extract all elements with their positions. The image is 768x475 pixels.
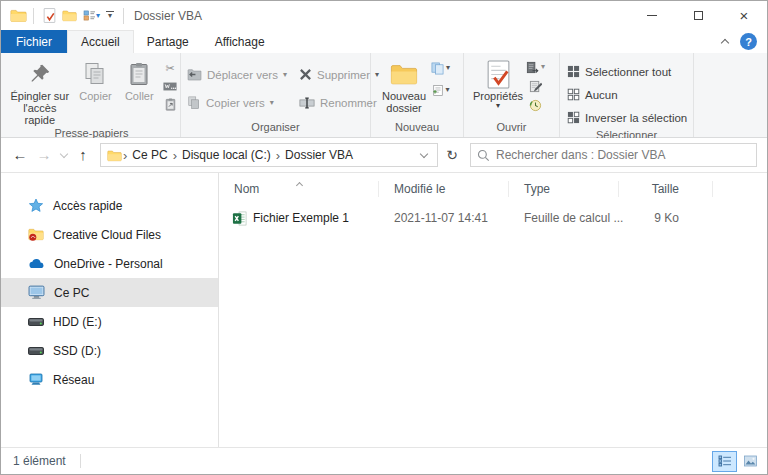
- back-button[interactable]: ←: [9, 144, 31, 166]
- thumbnails-view-icon: [743, 455, 758, 467]
- ribbon-group-new: Nouveau dossier ▾ ▾ Nouveau: [371, 53, 464, 137]
- column-header-type[interactable]: Type: [509, 177, 619, 201]
- copy-path-button[interactable]: [163, 79, 177, 93]
- dropdown-caret-icon: ▾: [270, 99, 274, 107]
- file-size: 9 Ko: [619, 211, 713, 225]
- cut-button[interactable]: ✂: [165, 61, 174, 75]
- thumbnails-view-button[interactable]: [738, 451, 763, 472]
- ribbon-spacer: [694, 53, 767, 137]
- view-options-icon: [83, 10, 96, 21]
- maximize-button[interactable]: [675, 1, 721, 30]
- window-controls: ×: [629, 1, 767, 30]
- paste-button[interactable]: Coller: [118, 55, 160, 102]
- clipboard-icon: [129, 58, 149, 90]
- open-button[interactable]: ▾: [526, 60, 545, 74]
- group-label-open: Ouvrir: [464, 120, 559, 137]
- status-separator: [80, 454, 81, 468]
- copy-button[interactable]: Copier: [73, 55, 119, 102]
- this-pc-monitor-icon: [28, 285, 45, 300]
- dropdown-caret-icon: ▾: [446, 64, 450, 72]
- navigation-pane: Accès rapide Creative Cloud Files OneDri…: [1, 173, 219, 447]
- search-icon: [477, 149, 490, 162]
- help-button[interactable]: ?: [740, 33, 757, 50]
- sidebar-item-label: Creative Cloud Files: [53, 228, 161, 242]
- sidebar-item-reseau[interactable]: Réseau: [1, 365, 218, 394]
- file-list: Nom Modifié le Type Taille Fichier Exemp…: [219, 173, 767, 447]
- search-box: [470, 143, 757, 167]
- sidebar-item-label: Réseau: [53, 373, 94, 387]
- search-input[interactable]: [496, 148, 750, 162]
- sidebar-item-acces-rapide[interactable]: Accès rapide: [1, 191, 218, 220]
- tab-partage[interactable]: Partage: [134, 30, 202, 53]
- history-button[interactable]: [529, 98, 542, 112]
- breadcrumb-disque-local[interactable]: Disque local (C:): [178, 148, 275, 162]
- column-header-nom[interactable]: Nom: [219, 177, 379, 201]
- address-bar[interactable]: › Ce PC › Disque local (C:) › Dossier VB…: [100, 143, 438, 167]
- sidebar-item-ssd-d[interactable]: SSD (D:): [1, 336, 218, 365]
- column-header-modifie-le[interactable]: Modifié le: [379, 177, 509, 201]
- up-button[interactable]: ↑: [72, 144, 94, 166]
- dropdown-caret-icon: ▾: [446, 86, 450, 94]
- new-item-button[interactable]: ▾: [432, 83, 450, 97]
- forward-button[interactable]: →: [33, 144, 55, 166]
- window-title: Dossier VBA: [134, 9, 202, 23]
- close-button[interactable]: ×: [721, 1, 767, 30]
- details-view-button[interactable]: [712, 451, 737, 472]
- select-none-button[interactable]: Aucun: [567, 84, 687, 105]
- sidebar-item-label: OneDrive - Personal: [54, 257, 163, 271]
- tab-fichier[interactable]: Fichier: [1, 30, 67, 53]
- qat-customize-button[interactable]: ▾: [103, 5, 117, 27]
- main-area: Accès rapide Creative Cloud Files OneDri…: [1, 173, 767, 447]
- file-name: Fichier Exemple 1: [253, 211, 349, 225]
- invert-selection-button[interactable]: Inverser la sélection: [567, 107, 687, 128]
- folder-icon: [62, 9, 77, 22]
- sidebar-item-ce-pc[interactable]: Ce PC: [1, 278, 218, 307]
- qat-properties-button[interactable]: [40, 5, 59, 27]
- move-to-button[interactable]: Déplacer vers ▾: [187, 64, 287, 85]
- paste-shortcut-button[interactable]: [165, 97, 176, 111]
- copy-icon: [84, 58, 106, 90]
- column-header-taille[interactable]: Taille: [619, 177, 713, 201]
- chevron-up-icon: [721, 38, 729, 46]
- sidebar-item-onedrive[interactable]: OneDrive - Personal: [1, 249, 218, 278]
- ribbon-group-organize: Déplacer vers ▾ Copier vers ▾ Supprimer …: [181, 53, 371, 137]
- pin-quick-access-button[interactable]: Épingler sur l'accès rapide: [7, 55, 73, 126]
- recent-locations-button[interactable]: [57, 151, 70, 159]
- dropdown-caret-icon: ▾: [496, 102, 500, 110]
- sidebar-item-hdd-e[interactable]: HDD (E:): [1, 307, 218, 336]
- properties-button[interactable]: Propriétés ▾: [470, 55, 526, 110]
- easy-access-button[interactable]: ▾: [431, 61, 450, 75]
- select-all-button[interactable]: Sélectionner tout: [567, 61, 687, 82]
- pushpin-icon: [29, 58, 51, 90]
- move-to-icon: [187, 68, 202, 81]
- tab-accueil[interactable]: Accueil: [67, 30, 134, 53]
- refresh-button[interactable]: ↻: [440, 147, 464, 163]
- rename-button[interactable]: Renommer: [299, 92, 379, 113]
- chevron-down-icon: [420, 150, 428, 158]
- copy-to-button[interactable]: Copier vers ▾: [187, 92, 287, 113]
- properties-check-icon: [43, 8, 56, 23]
- breadcrumb-ce-pc[interactable]: Ce PC: [128, 148, 171, 162]
- qat-new-folder-button[interactable]: [59, 5, 80, 27]
- delete-x-icon: [299, 68, 312, 81]
- navigation-bar: ← → ↑ › Ce PC › Disque local (C:) › Doss…: [1, 138, 767, 173]
- ribbon-group-select: Sélectionner tout Aucun Inverser la séle…: [560, 53, 694, 137]
- chevron-down-icon: [59, 150, 67, 158]
- address-dropdown-button[interactable]: [415, 151, 433, 159]
- sidebar-item-creative-cloud[interactable]: Creative Cloud Files: [1, 220, 218, 249]
- quick-access-star-icon: [28, 198, 44, 214]
- tab-affichage[interactable]: Affichage: [202, 30, 278, 53]
- ribbon-tabs: Fichier Accueil Partage Affichage ?: [1, 30, 767, 53]
- file-row[interactable]: Fichier Exemple 1 2021-11-07 14:41 Feuil…: [219, 207, 767, 229]
- collapse-ribbon-button[interactable]: [722, 35, 728, 49]
- minimize-button[interactable]: [629, 1, 675, 30]
- new-folder-button[interactable]: Nouveau dossier: [377, 55, 431, 114]
- paste-shortcut-icon: [165, 98, 176, 111]
- ribbon-group-open: Propriétés ▾ ▾ Ouvrir: [464, 53, 560, 137]
- sidebar-item-label: SSD (D:): [53, 344, 101, 358]
- edit-button[interactable]: [529, 79, 542, 93]
- breadcrumb-dossier-vba[interactable]: Dossier VBA: [281, 148, 357, 162]
- qat-view-button[interactable]: ▾: [80, 5, 103, 27]
- delete-button[interactable]: Supprimer ▾: [299, 64, 379, 85]
- invert-selection-icon: [567, 111, 580, 124]
